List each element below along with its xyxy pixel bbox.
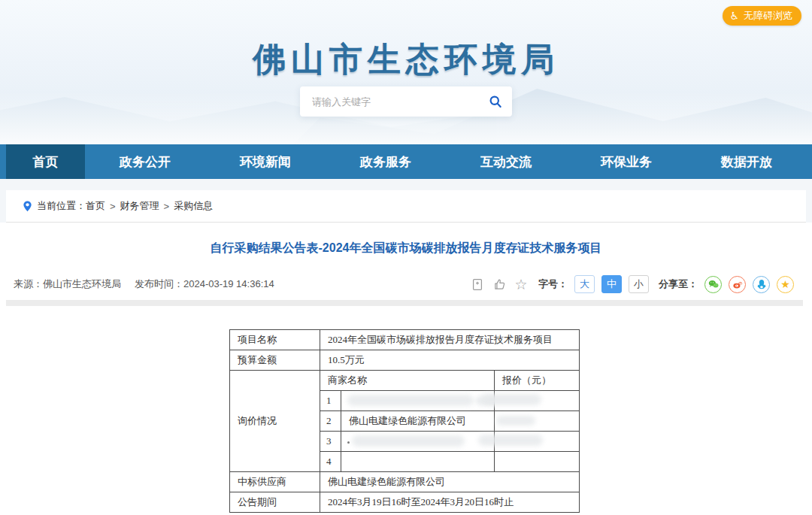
procurement-table: 项目名称 2024年全国碳市场碳排放报告月度存证技术服务项目 预算金额 10.5…: [229, 329, 580, 513]
nav-item-env-business[interactable]: 环保业务: [566, 144, 686, 179]
vendor-name: 佛山电建绿色能源有限公司: [341, 411, 495, 432]
breadcrumb-finance[interactable]: 财务管理: [120, 199, 159, 213]
vendor-name-redacted: [341, 432, 495, 452]
project-name-value: 2024年全国碳市场碳排放报告月度存证技术服务项目: [320, 330, 580, 350]
winner-value: 佛山电建绿色能源有限公司: [320, 472, 580, 492]
accessibility-label: 无障碍浏览: [744, 9, 792, 23]
nav-item-home[interactable]: 首页: [6, 144, 85, 179]
qq-share-icon[interactable]: [753, 276, 770, 293]
quote-redacted: [495, 391, 580, 411]
breadcrumb-home[interactable]: 首页: [86, 199, 105, 213]
site-title: 佛山市生态环境局: [0, 38, 812, 82]
inquiry-label: 询价情况: [230, 371, 320, 472]
nav-item-open-data[interactable]: 数据开放: [686, 144, 807, 179]
article-title: 自行采购结果公告表-2024年全国碳市场碳排放报告月度存证技术服务项目: [0, 241, 812, 256]
source-label: 来源：: [14, 278, 43, 289]
time-label: 发布时间：: [135, 278, 183, 289]
breadcrumb-procurement[interactable]: 采购信息: [174, 199, 213, 213]
article-meta: 来源：佛山市生态环境局发布时间：2024-03-19 14:36:14 ☆ 字号…: [0, 274, 812, 295]
article-toolbar: ☆ 字号： 大 中 小 分享至：: [470, 274, 794, 295]
bookmark-plus-icon[interactable]: [470, 277, 485, 292]
nav-item-gov-services[interactable]: 政务服务: [326, 144, 446, 179]
redaction-dot: [347, 441, 350, 444]
quote-redacted: [495, 432, 580, 452]
nav-item-interaction[interactable]: 互动交流: [446, 144, 566, 179]
search-button[interactable]: [479, 86, 512, 117]
winner-label: 中标供应商: [230, 472, 320, 492]
vendor-name-redacted: [341, 391, 495, 411]
quote-header: 报价（元）: [495, 371, 580, 391]
vendor-name-empty: [341, 452, 495, 472]
budget-label: 预算金额: [230, 350, 320, 371]
period-label: 公告期间: [230, 492, 320, 513]
thumbs-up-icon[interactable]: [492, 277, 507, 292]
table-row: 项目名称 2024年全国碳市场碳排放报告月度存证技术服务项目: [230, 330, 580, 350]
qzone-star-glyph: ★: [780, 279, 790, 289]
main-nav: 首页 政务公开 环境新闻 政务服务 互动交流 环保业务 数据开放: [0, 144, 812, 179]
wechat-share-icon[interactable]: [704, 276, 722, 293]
vendor-row-number: 1: [320, 391, 341, 411]
article-meta-left: 来源：佛山市生态环境局发布时间：2024-03-19 14:36:14: [14, 277, 274, 291]
weibo-share-icon[interactable]: [729, 276, 746, 293]
table-row: 公告期间 2024年3月19日16时至2024年3月20日16时止: [230, 492, 580, 513]
time-value: 2024-03-19 14:36:14: [183, 278, 274, 289]
share-label: 分享至：: [659, 277, 698, 291]
vendor-name-header: 商家名称: [320, 371, 495, 391]
font-size-medium-button[interactable]: 中: [601, 275, 622, 293]
accessibility-button[interactable]: ♿ 无障碍浏览: [723, 6, 801, 26]
redaction-smudge: [496, 416, 535, 426]
breadcrumb-separator: >: [164, 201, 170, 212]
breadcrumb: 当前位置： 首页 > 财务管理 > 采购信息: [6, 190, 806, 223]
search-input[interactable]: [300, 96, 479, 108]
font-size-label: 字号：: [538, 277, 568, 291]
search-icon: [488, 94, 503, 109]
project-name-label: 项目名称: [230, 330, 320, 350]
source-value: 佛山市生态环境局: [43, 278, 121, 289]
search-box: [300, 86, 512, 117]
vendor-row-number: 2: [320, 411, 341, 432]
budget-value: 10.5万元: [320, 350, 580, 371]
period-value: 2024年3月19日16时至2024年3月20日16时止: [320, 492, 580, 513]
font-size-small-button[interactable]: 小: [629, 275, 649, 293]
wheelchair-icon: ♿: [729, 11, 739, 21]
table-row: 中标供应商 佛山电建绿色能源有限公司: [230, 472, 580, 492]
redaction-smudge: [352, 435, 465, 447]
section-divider: [6, 300, 803, 306]
location-pin-icon: [23, 201, 32, 212]
vendor-row-number: 4: [320, 452, 341, 472]
star-icon[interactable]: ☆: [514, 277, 529, 292]
nav-item-env-news[interactable]: 环境新闻: [205, 144, 326, 179]
qzone-share-icon[interactable]: ★: [777, 276, 794, 293]
redaction-smudge: [347, 395, 474, 406]
article-panel: 自行采购结果公告表-2024年全国碳市场碳排放报告月度存证技术服务项目 来源：佛…: [0, 223, 812, 515]
breadcrumb-prefix: 当前位置：: [37, 199, 86, 213]
nav-item-gov-disclosure[interactable]: 政务公开: [85, 144, 205, 179]
table-row: 预算金额 10.5万元: [230, 350, 580, 371]
font-size-large-button[interactable]: 大: [574, 275, 595, 293]
vendor-row-number: 3: [320, 432, 341, 452]
quote-empty: [495, 452, 580, 472]
breadcrumb-separator: >: [110, 201, 116, 212]
quote-redacted: [495, 411, 580, 432]
table-row: 询价情况 商家名称 报价（元）: [230, 371, 580, 391]
